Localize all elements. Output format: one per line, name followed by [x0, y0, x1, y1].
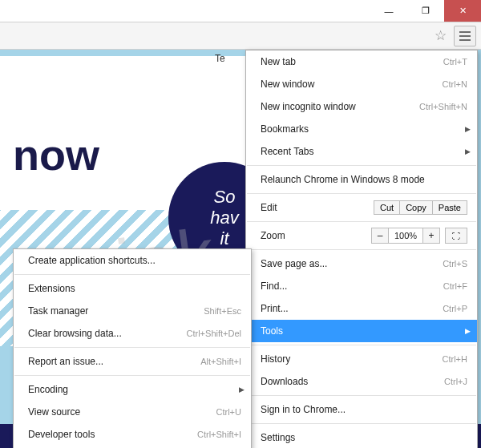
window-close-button[interactable]: ✕: [444, 0, 481, 22]
cut-button[interactable]: Cut: [374, 200, 399, 215]
menu-shortcut: Ctrl+U: [216, 407, 241, 417]
menu-shortcut: Ctrl+S: [443, 259, 467, 268]
menu-separator: [247, 221, 476, 222]
menu-item-label: Settings: [261, 432, 467, 443]
tools-menu-item-task-manager[interactable]: Task managerShift+Esc: [14, 300, 251, 322]
menu-shortcut: Ctrl+T: [443, 57, 467, 67]
menu-shortcut: Ctrl+Shift+N: [419, 102, 467, 111]
fullscreen-button[interactable]: ⛶: [445, 228, 467, 244]
menu-shortcut: Ctrl+Shift+I: [197, 430, 241, 439]
main-menu-item-downloads[interactable]: DownloadsCtrl+J: [246, 370, 477, 393]
main-menu-item-print[interactable]: Print...Ctrl+P: [246, 297, 477, 320]
truncated-text: Te: [215, 53, 225, 64]
hamburger-menu-button[interactable]: [454, 26, 476, 46]
menu-separator: [247, 395, 476, 396]
main-menu-item-settings[interactable]: Settings: [246, 426, 477, 448]
menu-item-label: View source: [28, 406, 216, 418]
menu-separator: [14, 375, 250, 376]
main-menu-item-recent-tabs[interactable]: Recent Tabs▶: [246, 140, 477, 163]
tools-menu-item-encoding[interactable]: Encoding▶: [14, 378, 251, 401]
menu-item-label: New tab: [261, 56, 443, 67]
tools-menu-item-developer-tools[interactable]: Developer toolsCtrl+Shift+I: [14, 423, 251, 446]
window-minimize-button[interactable]: —: [370, 0, 407, 22]
menu-item-label: New window: [261, 79, 443, 90]
menu-shortcut: Alt+Shift+I: [200, 357, 241, 366]
menu-item-label: Edit: [261, 202, 374, 213]
tools-menu-item-report-an-issue[interactable]: Report an issue...Alt+Shift+I: [14, 350, 251, 373]
menu-separator: [247, 345, 476, 345]
window-titlebar: — ❐ ✕: [0, 0, 481, 22]
menu-shortcut: Shift+Esc: [204, 306, 241, 316]
menu-item-label: Relaunch Chrome in Windows 8 mode: [261, 174, 467, 185]
menu-item-label: Save page as...: [261, 258, 443, 269]
menu-item-label: Recent Tabs: [261, 146, 467, 157]
menu-item-label: Task manager: [28, 305, 204, 317]
menu-separator: [14, 347, 250, 348]
submenu-arrow-icon: ▶: [239, 385, 245, 394]
menu-shortcut: Ctrl+J: [444, 377, 467, 386]
menu-item-label: Developer tools: [28, 429, 197, 440]
zoom-out-button[interactable]: –: [371, 228, 389, 244]
paste-button[interactable]: Paste: [432, 200, 467, 215]
tools-submenu: Create application shortcuts...Extension…: [13, 248, 252, 448]
menu-shortcut: Ctrl+F: [443, 281, 467, 291]
main-menu-item-bookmarks[interactable]: Bookmarks▶: [246, 118, 477, 140]
menu-item-label: Extensions: [28, 283, 241, 294]
tools-menu-item-view-source[interactable]: View sourceCtrl+U: [14, 401, 251, 423]
bookmark-star-icon[interactable]: ☆: [431, 27, 449, 45]
chrome-main-menu: New tabCtrl+TNew windowCtrl+NNew incogni…: [245, 50, 478, 448]
menu-item-label: Report an issue...: [28, 356, 200, 367]
menu-item-label: Tools: [261, 325, 467, 337]
submenu-arrow-icon: ▶: [465, 147, 471, 155]
menu-separator: [247, 165, 476, 166]
copy-button[interactable]: Copy: [399, 200, 432, 215]
main-menu-item-tools[interactable]: Tools▶: [246, 320, 477, 342]
zoom-controls: –100%+⛶: [371, 228, 467, 244]
brand-heading: now: [13, 130, 99, 180]
zoom-in-button[interactable]: +: [422, 228, 440, 244]
submenu-arrow-icon: ▶: [465, 125, 471, 133]
menu-item-label: Create application shortcuts...: [28, 255, 241, 266]
main-menu-item-sign-in-to-chrome[interactable]: Sign in to Chrome...: [246, 398, 477, 421]
main-menu-item-relaunch-chrome-in-windows-8-mode[interactable]: Relaunch Chrome in Windows 8 mode: [246, 168, 477, 191]
menu-item-label: Downloads: [261, 376, 444, 387]
main-menu-item-new-incognito-window[interactable]: New incognito windowCtrl+Shift+N: [246, 95, 477, 118]
main-menu-item-save-page-as[interactable]: Save page as...Ctrl+S: [246, 252, 477, 275]
main-menu-item-new-tab[interactable]: New tabCtrl+T: [246, 50, 477, 73]
menu-separator: [247, 423, 476, 424]
main-menu-item-find[interactable]: Find...Ctrl+F: [246, 275, 477, 297]
menu-item-label: Encoding: [28, 384, 241, 395]
menu-shortcut: Ctrl+N: [443, 79, 467, 89]
edit-button-group: CutCopyPaste: [374, 200, 467, 215]
tools-menu-item-clear-browsing-data[interactable]: Clear browsing data...Ctrl+Shift+Del: [14, 322, 251, 345]
tools-menu-item-create-application-shortcuts[interactable]: Create application shortcuts...: [14, 249, 251, 272]
tools-menu-item-extensions[interactable]: Extensions: [14, 277, 251, 300]
menu-item-label: Bookmarks: [261, 123, 467, 135]
menu-item-label: Clear browsing data...: [28, 328, 187, 339]
menu-item-label: Find...: [261, 281, 443, 292]
menu-separator: [247, 193, 476, 194]
window-maximize-button[interactable]: ❐: [407, 0, 444, 22]
submenu-arrow-icon: ▶: [465, 327, 471, 335]
main-menu-item-edit[interactable]: EditCutCopyPaste: [246, 196, 477, 219]
zoom-value: 100%: [389, 228, 422, 244]
menu-shortcut: Ctrl+P: [443, 304, 467, 313]
menu-item-label: History: [261, 353, 443, 365]
menu-shortcut: Ctrl+H: [443, 354, 467, 364]
menu-shortcut: Ctrl+Shift+Del: [187, 329, 241, 338]
menu-item-label: Print...: [261, 303, 443, 314]
menu-separator: [247, 249, 476, 250]
browser-toolbar: ☆: [0, 22, 481, 50]
menu-item-label: Zoom: [261, 230, 371, 241]
main-menu-item-new-window[interactable]: New windowCtrl+N: [246, 73, 477, 95]
main-menu-item-zoom[interactable]: Zoom–100%+⛶: [246, 224, 477, 247]
menu-item-label: Sign in to Chrome...: [261, 404, 467, 415]
menu-item-label: New incognito window: [261, 101, 419, 112]
main-menu-item-history[interactable]: HistoryCtrl+H: [246, 348, 477, 370]
menu-separator: [14, 274, 250, 275]
